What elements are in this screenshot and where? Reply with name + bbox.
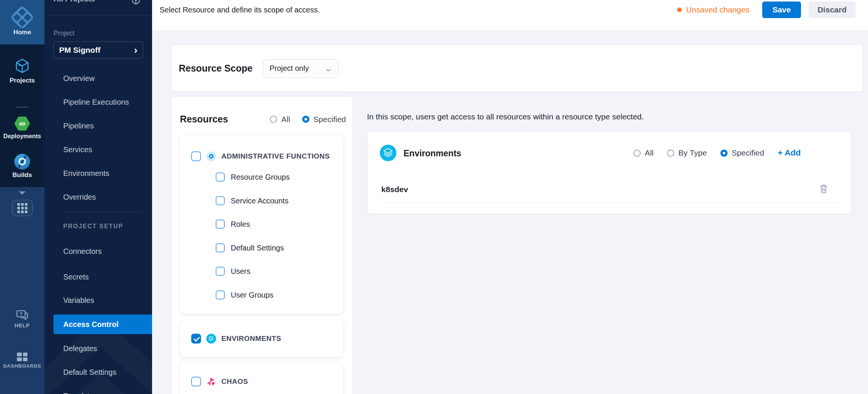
- sidebar-item-overrides[interactable]: Overrides: [44, 189, 152, 205]
- users-label: Users: [231, 267, 250, 276]
- rail-home-label: Home: [13, 29, 31, 36]
- main-content: Resource Scope Project only ⌄ Resources …: [152, 31, 868, 394]
- resource-groups-checkbox[interactable]: [216, 173, 225, 182]
- radio-selected-icon[interactable]: [302, 116, 309, 123]
- environments-detail-card: Environments All By Type Specified + Add…: [368, 132, 851, 214]
- sidebar-divider: [63, 212, 143, 212]
- rail-projects-label: Projects: [9, 77, 35, 84]
- sidebar-item-pipelines[interactable]: Pipelines: [44, 118, 152, 134]
- project-cube-icon: [131, 0, 141, 5]
- admin-functions-label: ADMINISTRATIVE FUNCTIONS: [221, 151, 330, 161]
- roles-checkbox[interactable]: [216, 220, 225, 229]
- chaos-icon: [206, 377, 216, 386]
- projects-cube-icon: [14, 57, 31, 75]
- rail-item-dashboards[interactable]: DASHBOARDS: [0, 353, 44, 369]
- rail-item-builds[interactable]: Builds: [0, 154, 44, 179]
- module-grid-button[interactable]: [12, 200, 33, 216]
- rail-deployments-label: Deployments: [3, 133, 41, 140]
- resources-header: Resources All Specified: [180, 114, 346, 125]
- rail-item-help[interactable]: ? HELP: [0, 310, 44, 328]
- resource-scope-value: Project only: [270, 64, 309, 73]
- scope-hint-text: In this scope, users get access to all r…: [367, 112, 644, 121]
- chaos-checkbox[interactable]: [191, 377, 201, 386]
- radio-selected-icon[interactable]: [720, 150, 728, 157]
- sidebar-item-overview[interactable]: Overview: [44, 70, 152, 87]
- unsaved-changes-label: Unsaved changes: [686, 5, 749, 14]
- user-groups-label: User Groups: [231, 290, 273, 299]
- group-administrative-functions: ADMINISTRATIVE FUNCTIONS Resource Groups…: [180, 134, 343, 314]
- users-checkbox[interactable]: [216, 267, 225, 276]
- project-setup-heading: PROJECT SETUP: [63, 223, 123, 230]
- sidebar-item-default-settings[interactable]: Default Settings: [44, 364, 152, 380]
- sidebar-item-pipeline-executions[interactable]: Pipeline Executions: [44, 94, 152, 110]
- sidebar-top-row[interactable]: All Projects: [44, 0, 152, 16]
- env-radio-by-type[interactable]: By Type: [667, 148, 707, 157]
- environments-checkbox[interactable]: [191, 334, 201, 344]
- env-radio-specified[interactable]: Specified: [720, 148, 764, 157]
- home-icon: [10, 5, 34, 29]
- add-environment-link[interactable]: + Add: [778, 148, 801, 158]
- resource-scope-label: Resource Scope: [179, 63, 253, 74]
- row-divider: [381, 202, 843, 203]
- default-settings-label: Default Settings: [231, 243, 284, 252]
- deployments-icon: ∞: [14, 116, 30, 131]
- environment-item-k8sdev: k8sdev: [381, 185, 408, 194]
- radio-icon[interactable]: [270, 116, 277, 123]
- sidebar-item-delegates[interactable]: Delegates: [44, 340, 152, 357]
- rail-divider: [16, 107, 29, 108]
- group-environments: ENVIRONMENTS: [180, 321, 343, 357]
- environments-group-label: ENVIRONMENTS: [221, 334, 281, 344]
- page-title: Select Resource and define its scope of …: [160, 6, 320, 14]
- env-radio-all[interactable]: All: [633, 148, 653, 157]
- service-accounts-label: Service Accounts: [231, 196, 288, 205]
- environments-scope-radios: All By Type Specified + Add: [633, 148, 801, 158]
- trash-icon: [819, 184, 828, 194]
- chevron-right-icon: ›: [134, 46, 137, 54]
- unsaved-changes-indicator: Unsaved changes: [677, 5, 749, 14]
- rail-item-projects[interactable]: Projects: [0, 57, 44, 84]
- chaos-group-label: CHAOS: [221, 377, 248, 386]
- environments-icon: [206, 334, 216, 344]
- sidebar-item-services[interactable]: Services: [44, 141, 152, 158]
- all-projects-label: All Projects: [53, 0, 95, 3]
- help-chat-icon: ?: [16, 310, 29, 321]
- environments-type-icon: [380, 145, 396, 161]
- discard-button[interactable]: Discard: [809, 2, 856, 18]
- project-label: Project: [53, 29, 75, 37]
- sidebar-item-variables[interactable]: Variables: [44, 292, 152, 308]
- chevron-down-icon[interactable]: [19, 191, 26, 195]
- sidebar-item-secrets[interactable]: Secrets: [44, 269, 152, 285]
- page-header: Select Resource and define its scope of …: [152, 0, 868, 31]
- resource-scope-card: Resource Scope Project only ⌄: [171, 45, 863, 92]
- sidebar-item-access-control[interactable]: Access Control: [53, 315, 152, 334]
- default-settings-checkbox[interactable]: [216, 243, 225, 252]
- rail-dashboards-label: DASHBOARDS: [3, 363, 41, 369]
- sidebar-item-connectors[interactable]: Connectors: [44, 243, 152, 260]
- rail-item-deployments[interactable]: ∞ Deployments: [0, 116, 44, 140]
- project-sidebar: All Projects Project PM Signoff › Overvi…: [44, 0, 152, 394]
- environments-card-title: Environments: [404, 148, 461, 158]
- project-selector[interactable]: PM Signoff ›: [53, 41, 143, 59]
- resources-radio-all[interactable]: All: [270, 115, 290, 124]
- radio-icon[interactable]: [667, 150, 674, 157]
- delete-environment-button[interactable]: [818, 184, 829, 194]
- resources-radio-specified[interactable]: Specified: [302, 115, 346, 124]
- chevron-down-icon: ⌄: [324, 67, 333, 70]
- radio-icon[interactable]: [633, 150, 641, 157]
- rail-help-label: HELP: [15, 322, 30, 328]
- roles-label: Roles: [231, 220, 250, 229]
- rail-item-home[interactable]: Home: [0, 0, 44, 44]
- resource-scope-select[interactable]: Project only ⌄: [263, 59, 338, 78]
- save-button[interactable]: Save: [762, 2, 801, 18]
- admin-functions-checkbox[interactable]: [191, 151, 201, 161]
- unsaved-dot-icon: [677, 8, 682, 12]
- sidebar-item-environments[interactable]: Environments: [44, 165, 152, 182]
- user-groups-checkbox[interactable]: [216, 290, 225, 299]
- module-rail: Home Projects ∞ Deployments Builds ? HEL…: [0, 0, 44, 394]
- group-chaos: CHAOS: [180, 362, 343, 394]
- resources-title: Resources: [180, 114, 228, 125]
- resources-panel: Resources All Specified ADMINISTRATIVE F…: [171, 97, 353, 394]
- rail-builds-label: Builds: [12, 171, 32, 179]
- sidebar-item-templates[interactable]: Templates: [44, 388, 152, 394]
- service-accounts-checkbox[interactable]: [216, 196, 225, 205]
